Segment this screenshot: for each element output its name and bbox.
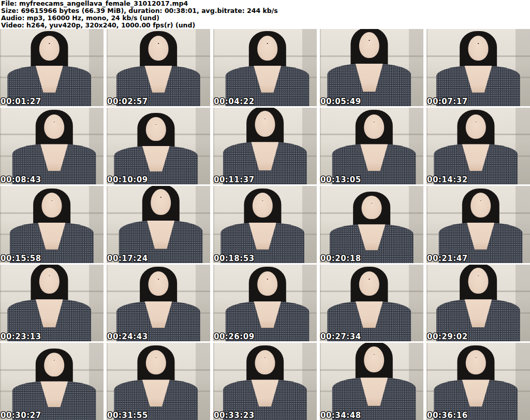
face-shape bbox=[255, 350, 275, 375]
lips-shape bbox=[49, 276, 50, 277]
video-thumbnail[interactable]: 00:10:09 bbox=[107, 108, 210, 185]
timestamp-label: 00:04:22 bbox=[214, 97, 255, 106]
person-figure bbox=[440, 189, 521, 263]
person-figure bbox=[115, 113, 196, 184]
person-figure bbox=[435, 345, 516, 420]
lips-shape bbox=[264, 357, 266, 358]
person-figure bbox=[14, 349, 95, 420]
video-thumbnail[interactable]: 00:02:57 bbox=[107, 29, 210, 106]
video-thumbnail[interactable]: 00:21:47 bbox=[426, 186, 530, 263]
lips-shape bbox=[369, 40, 370, 41]
lips-shape bbox=[53, 122, 55, 122]
video-thumbnail[interactable]: 00:20:18 bbox=[320, 186, 423, 263]
video-thumbnail[interactable]: 00:01:27 bbox=[0, 29, 104, 106]
video-thumbnail[interactable]: 00:07:17 bbox=[426, 29, 530, 106]
face-shape bbox=[257, 36, 277, 61]
timestamp-label: 00:01:27 bbox=[1, 97, 41, 106]
video-thumbnail[interactable]: 00:24:43 bbox=[107, 265, 210, 342]
face-shape bbox=[468, 268, 489, 294]
video-thumbnail[interactable]: 00:36:16 bbox=[426, 343, 530, 420]
lips-shape bbox=[478, 43, 479, 44]
timestamp-label: 00:07:17 bbox=[427, 97, 468, 106]
video-thumbnail[interactable]: 00:08:43 bbox=[0, 108, 104, 185]
timestamp-label: 00:02:57 bbox=[107, 97, 148, 106]
face-shape bbox=[151, 189, 171, 215]
person-figure bbox=[9, 265, 90, 342]
face-shape bbox=[466, 350, 486, 375]
face-shape bbox=[39, 36, 60, 61]
person-figure bbox=[118, 31, 199, 106]
video-thumbnail[interactable]: 00:26:09 bbox=[213, 265, 317, 342]
video-thumbnail[interactable]: 00:29:02 bbox=[426, 265, 530, 342]
video-thumbnail[interactable]: 00:31:55 bbox=[107, 343, 210, 420]
lips-shape bbox=[475, 122, 477, 122]
file-metadata-header: File: myfreecams_angellava_female_310120… bbox=[0, 0, 530, 29]
face-shape bbox=[364, 114, 384, 139]
thumbnail-sheet: File: myfreecams_angellava_female_310120… bbox=[0, 0, 530, 420]
timestamp-label: 00:18:53 bbox=[214, 254, 255, 263]
face-shape bbox=[39, 268, 60, 294]
lips-shape bbox=[158, 43, 159, 44]
lips-shape bbox=[478, 276, 479, 277]
file-name-line: File: myfreecams_angellava_female_310120… bbox=[1, 0, 530, 7]
video-thumbnail[interactable]: 00:23:13 bbox=[0, 265, 104, 342]
timestamp-label: 00:17:24 bbox=[107, 254, 148, 263]
person-figure bbox=[227, 31, 308, 106]
face-shape bbox=[255, 111, 275, 137]
video-thumbnail[interactable]: 00:17:24 bbox=[107, 186, 210, 263]
lips-shape bbox=[369, 279, 370, 279]
person-figure bbox=[334, 110, 415, 184]
lips-shape bbox=[480, 200, 481, 201]
video-thumbnail[interactable]: 00:15:58 bbox=[0, 186, 104, 263]
person-figure bbox=[331, 192, 412, 263]
face-shape bbox=[42, 193, 62, 218]
timestamp-label: 00:33:23 bbox=[214, 411, 255, 420]
video-thumbnail[interactable]: 00:11:37 bbox=[213, 108, 317, 185]
timestamp-label: 00:21:47 bbox=[427, 254, 468, 263]
person-figure bbox=[118, 267, 199, 341]
timestamp-label: 00:29:02 bbox=[427, 332, 468, 341]
person-figure bbox=[329, 267, 409, 341]
video-thumbnail[interactable]: 00:14:32 bbox=[426, 108, 530, 185]
face-shape bbox=[146, 117, 166, 141]
lips-shape bbox=[158, 279, 159, 279]
video-codec-line: Video: h264, yuv420p, 320x240, 1000.00 f… bbox=[1, 22, 530, 29]
lips-shape bbox=[155, 357, 157, 358]
timestamp-label: 00:15:58 bbox=[1, 254, 41, 263]
lips-shape bbox=[373, 122, 375, 122]
timestamp-label: 00:26:09 bbox=[214, 332, 255, 341]
face-shape bbox=[253, 193, 273, 218]
face-shape bbox=[466, 114, 486, 139]
video-thumbnail[interactable]: 00:27:34 bbox=[320, 265, 423, 342]
timestamp-label: 00:23:13 bbox=[1, 332, 41, 341]
person-figure bbox=[11, 189, 92, 263]
person-figure bbox=[121, 186, 201, 263]
timestamp-label: 00:36:16 bbox=[427, 411, 468, 420]
video-thumbnail[interactable]: 00:05:49 bbox=[320, 29, 423, 106]
person-figure bbox=[435, 110, 516, 184]
person-figure bbox=[9, 31, 90, 106]
face-shape bbox=[359, 32, 379, 58]
timestamp-label: 00:08:43 bbox=[1, 175, 41, 184]
timestamp-label: 00:34:48 bbox=[320, 411, 361, 420]
video-thumbnail[interactable]: 00:34:48 bbox=[320, 343, 423, 420]
face-shape bbox=[146, 350, 166, 375]
timestamp-label: 00:30:27 bbox=[1, 411, 41, 420]
timestamp-label: 00:27:34 bbox=[320, 332, 361, 341]
video-thumbnail[interactable]: 00:33:23 bbox=[213, 343, 317, 420]
timestamp-label: 00:13:05 bbox=[320, 175, 361, 184]
lips-shape bbox=[262, 200, 263, 201]
face-shape bbox=[470, 193, 491, 218]
timestamp-label: 00:14:32 bbox=[427, 175, 468, 184]
timestamp-label: 00:24:43 bbox=[107, 332, 148, 341]
video-thumbnail[interactable]: 00:30:27 bbox=[0, 343, 104, 420]
thumbnail-grid: 00:01:27 00:02:57 00:04:22 bbox=[0, 29, 530, 420]
lips-shape bbox=[267, 43, 268, 44]
video-thumbnail[interactable]: 00:18:53 bbox=[213, 186, 317, 263]
person-figure bbox=[438, 31, 519, 106]
audio-codec-line: Audio: mp3, 16000 Hz, mono, 24 kb/s (und… bbox=[1, 15, 530, 22]
lips-shape bbox=[53, 360, 55, 360]
video-thumbnail[interactable]: 00:13:05 bbox=[320, 108, 423, 185]
video-thumbnail[interactable]: 00:04:22 bbox=[213, 29, 317, 106]
person-figure bbox=[225, 108, 305, 185]
